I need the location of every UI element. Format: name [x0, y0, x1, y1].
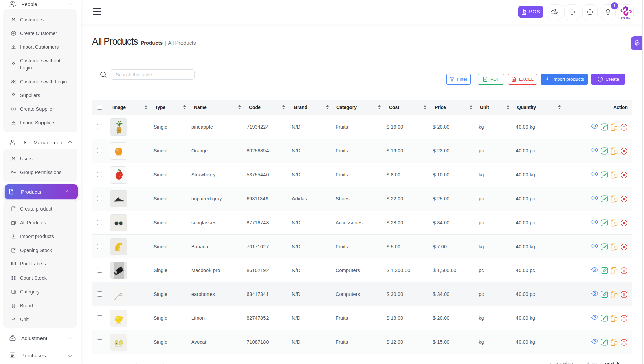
- svg-text:STOCKY: STOCKY: [621, 17, 630, 19]
